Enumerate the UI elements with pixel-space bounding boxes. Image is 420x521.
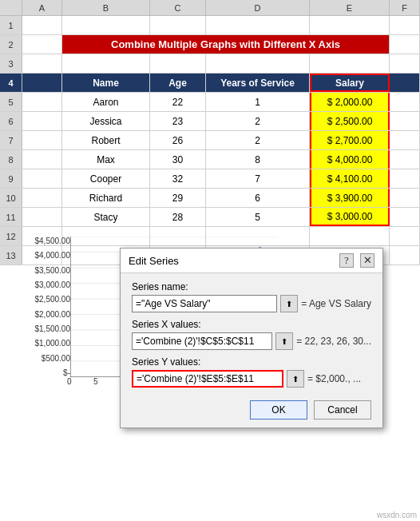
series-x-input[interactable] <box>132 332 272 350</box>
dialog-body: Series name: ⬆ = Age VS Salary Series X … <box>121 273 382 428</box>
series-y-input[interactable] <box>132 370 283 388</box>
col-header-c: C <box>150 0 206 15</box>
edit-series-dialog: Edit Series ? ✕ Series name: ⬆ = Age VS … <box>120 248 383 428</box>
header-years: Years of Service <box>206 74 310 92</box>
series-x-display: = 22, 23, 26, 30... <box>296 336 371 347</box>
col-header-e: E <box>310 0 390 15</box>
dialog-close-button[interactable]: ✕ <box>360 253 374 268</box>
series-name-display: = Age VS Salary <box>301 298 371 309</box>
column-headers: A B C D E F <box>0 0 420 16</box>
header-salary: Salary <box>310 74 390 92</box>
series-y-row: ⬆ = $2,000., ... <box>132 370 371 388</box>
col-header-d: D <box>206 0 310 15</box>
col-header-a: A <box>22 0 62 15</box>
header-age: Age <box>150 74 206 92</box>
series-y-field: Series Y values: ⬆ = $2,000., ... <box>132 356 371 388</box>
dialog-titlebar: Edit Series ? ✕ <box>121 249 382 273</box>
dialog-buttons: OK Cancel <box>132 396 371 420</box>
dialog-title: Edit Series <box>129 255 179 267</box>
ok-button[interactable]: OK <box>250 400 307 420</box>
dialog-help-button[interactable]: ? <box>339 253 354 268</box>
series-x-row: ⬆ = 22, 23, 26, 30... <box>132 332 371 350</box>
row-3: 3 <box>0 54 420 74</box>
row-2-title: 2 Combine Multiple Graphs with Different… <box>0 35 420 54</box>
table-row: 9 Cooper 32 7 $ 4,100.00 <box>0 169 420 189</box>
table-row: 8 Max 30 8 $ 4,000.00 <box>0 150 420 169</box>
table-row: 7 Robert 26 2 $ 2,700.00 <box>0 131 420 150</box>
series-name-expand-btn[interactable]: ⬆ <box>280 295 298 312</box>
dialog-controls: ? ✕ <box>339 253 374 268</box>
row-4-headers: 4 Name Age Years of Service Salary <box>0 74 420 93</box>
header-name: Name <box>62 74 150 92</box>
table-row: 11 Stacy 28 5 $ 3,000.00 <box>0 208 420 227</box>
watermark: wsxdn.com <box>377 511 417 519</box>
row-1: 1 <box>0 16 420 35</box>
series-name-field: Series name: ⬆ = Age VS Salary <box>132 281 371 312</box>
series-y-expand-btn[interactable]: ⬆ <box>287 370 304 388</box>
title-cell: Combine Multiple Graphs with Different X… <box>62 35 390 54</box>
y-axis-labels: $4,500.00 $4,000.00 $3,500.00 $3,000.00 … <box>22 237 70 377</box>
series-x-field: Series X values: ⬆ = 22, 23, 26, 30... <box>132 319 371 350</box>
series-x-expand-btn[interactable]: ⬆ <box>275 332 293 350</box>
series-x-label: Series X values: <box>132 319 371 330</box>
col-header-b: B <box>62 0 150 15</box>
series-name-label: Series name: <box>132 281 371 292</box>
cancel-button[interactable]: Cancel <box>314 400 371 420</box>
table-row: 6 Jessica 23 2 $ 2,500.00 <box>0 112 420 131</box>
series-name-input[interactable] <box>132 295 277 312</box>
series-name-row: ⬆ = Age VS Salary <box>132 295 371 312</box>
series-y-display: = $2,000., ... <box>307 373 371 384</box>
table-row: 5 Aaron 22 1 $ 2,000.00 <box>0 93 420 112</box>
col-header-f: F <box>390 0 420 15</box>
series-y-label: Series Y values: <box>132 356 371 368</box>
col-header-rownum <box>0 0 22 15</box>
table-row: 10 Richard 29 6 $ 3,900.00 <box>0 189 420 208</box>
